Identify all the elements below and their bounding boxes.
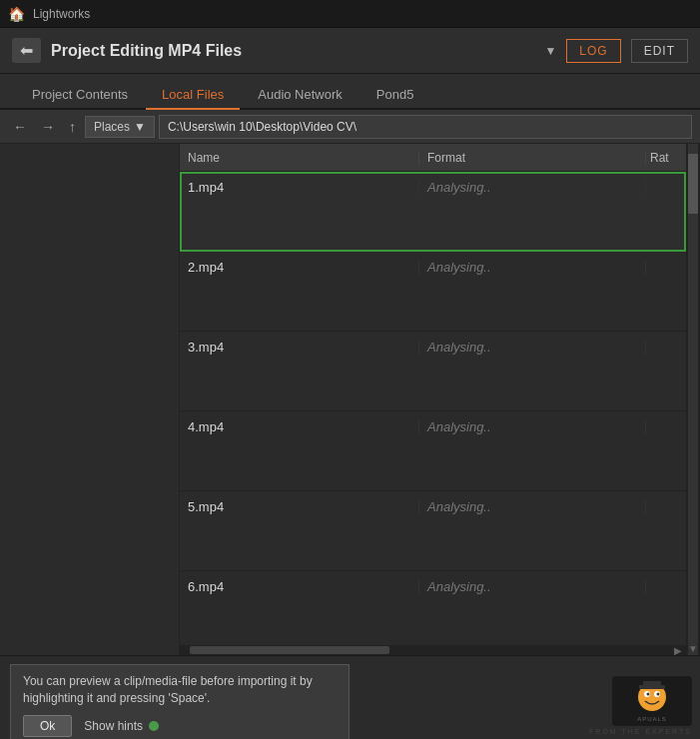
file-name: 6.mp4	[180, 579, 419, 594]
file-format: Analysing..	[419, 579, 646, 594]
edit-button[interactable]: EDIT	[631, 39, 688, 63]
back-to-projects-button[interactable]: ⬅	[12, 38, 41, 63]
column-format-header: Format	[419, 151, 646, 165]
table-row[interactable]: 1.mp4 Analysing..	[180, 172, 686, 252]
tab-audio-network[interactable]: Audio Network	[242, 81, 358, 110]
file-name: 4.mp4	[180, 419, 419, 434]
places-label: Places	[94, 120, 130, 134]
file-list-container: Name Format Rat 1.mp4 Analysing.. 2.mp4 …	[180, 144, 686, 655]
ok-button[interactable]: Ok	[23, 715, 72, 737]
title-bar: 🏠 Lightworks	[0, 0, 700, 28]
brand-tagline: FROM THE EXPERTS	[589, 728, 692, 735]
table-row[interactable]: 2.mp4 Analysing..	[180, 252, 686, 332]
places-dropdown-icon: ▼	[134, 120, 146, 134]
column-name-header: Name	[180, 151, 419, 165]
scroll-down-arrow-icon[interactable]: ▼	[688, 641, 698, 655]
column-rate-header: Rat	[646, 151, 686, 165]
tab-bar: Project Contents Local Files Audio Netwo…	[0, 74, 700, 110]
back-arrow-icon: ⬅	[20, 42, 33, 59]
brand-logo: APUALS	[612, 676, 692, 726]
tab-pond5[interactable]: Pond5	[360, 81, 430, 110]
scrollbar-thumb[interactable]	[688, 154, 698, 214]
path-input[interactable]	[159, 115, 692, 139]
hint-actions: Ok Show hints	[23, 715, 337, 737]
hint-text: You can preview a clip/media-file before…	[23, 673, 337, 707]
table-row[interactable]: 4.mp4 Analysing..	[180, 411, 686, 491]
file-rows-scroll: 1.mp4 Analysing.. 2.mp4 Analysing.. 3.mp…	[180, 172, 686, 645]
table-row[interactable]: 6.mp4 Analysing..	[180, 571, 686, 645]
brand-svg: APUALS	[617, 679, 687, 723]
vertical-scrollbar[interactable]: ▼	[686, 144, 700, 655]
table-row[interactable]: 5.mp4 Analysing..	[180, 491, 686, 571]
file-name: 2.mp4	[180, 260, 419, 275]
log-button[interactable]: LOG	[566, 39, 620, 63]
back-icon: ←	[13, 119, 27, 135]
file-format: Analysing..	[419, 340, 646, 355]
up-button[interactable]: ↑	[64, 117, 81, 137]
up-icon: ↑	[69, 119, 76, 135]
file-name: 3.mp4	[180, 340, 419, 355]
svg-rect-6	[643, 681, 661, 687]
places-button[interactable]: Places ▼	[85, 116, 155, 138]
hint-box: You can preview a clip/media-file before…	[10, 664, 350, 739]
nav-bar: ← → ↑ Places ▼	[0, 110, 700, 144]
project-title: Project Editing MP4 Files	[51, 42, 534, 60]
header-bar: ⬅ Project Editing MP4 Files ▼ LOG EDIT	[0, 28, 700, 74]
project-dropdown-arrow-icon[interactable]: ▼	[544, 44, 556, 58]
thumbnail-panel	[0, 144, 180, 655]
table-row[interactable]: 3.mp4 Analysing..	[180, 332, 686, 411]
file-name: 1.mp4	[180, 180, 419, 195]
show-hints-label: Show hints	[84, 719, 159, 733]
tab-project-contents[interactable]: Project Contents	[16, 81, 144, 110]
forward-icon: →	[41, 119, 55, 135]
file-format: Analysing..	[419, 260, 646, 275]
bottom-bar: You can preview a clip/media-file before…	[0, 655, 700, 739]
hscroll-thumb[interactable]	[190, 646, 389, 654]
show-hints-text: Show hints	[84, 719, 143, 733]
file-format: Analysing..	[419, 499, 646, 514]
tab-local-files[interactable]: Local Files	[146, 81, 240, 110]
svg-text:APUALS: APUALS	[637, 716, 667, 722]
file-format: Analysing..	[419, 419, 646, 434]
horizontal-scrollbar[interactable]: ▶	[180, 645, 686, 655]
back-button[interactable]: ←	[8, 117, 32, 137]
scrollbar-track[interactable]	[688, 144, 698, 641]
forward-button[interactable]: →	[36, 117, 60, 137]
hscroll-right-arrow-icon[interactable]: ▶	[670, 645, 686, 656]
file-area: Name Format Rat 1.mp4 Analysing.. 2.mp4 …	[0, 144, 700, 655]
svg-point-4	[657, 693, 660, 696]
svg-point-3	[647, 693, 650, 696]
app-icon: 🏠	[8, 6, 25, 22]
show-hints-indicator	[149, 721, 159, 731]
branding-area: APUALS FROM THE EXPERTS	[589, 676, 692, 735]
app-name: Lightworks	[33, 7, 90, 21]
file-list-header: Name Format Rat	[180, 144, 686, 172]
file-format: Analysing..	[419, 180, 646, 195]
file-name: 5.mp4	[180, 499, 419, 514]
